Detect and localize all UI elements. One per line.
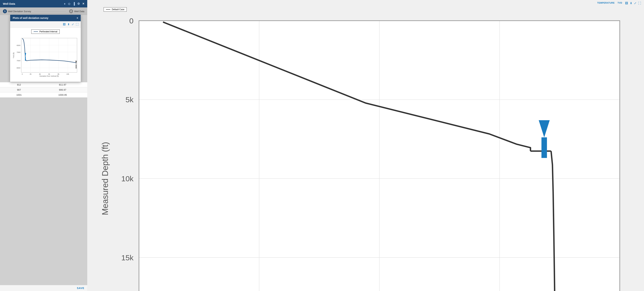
download-chart-icon[interactable]: ⬇: [630, 1, 632, 5]
save-button[interactable]: SAVE: [77, 287, 84, 290]
table-cell-col1: 812: [0, 82, 38, 87]
download-icon[interactable]: ⬇: [68, 23, 70, 26]
svg-text:5k: 5k: [126, 95, 134, 104]
svg-text:0: 0: [129, 16, 134, 25]
svg-text:8000: 8000: [17, 67, 20, 69]
table-row: 907906.97: [0, 87, 87, 92]
app-title: Well Data: [3, 2, 15, 5]
svg-text:10k: 10k: [121, 174, 134, 183]
well-data-header: Well Data ♦ ◇ ▐ ⚙ ×: [0, 0, 87, 7]
table-cell-col1: 1001: [0, 92, 38, 98]
modal-title: Plots of well deviation survey: [13, 16, 48, 19]
modal-close-icon[interactable]: ×: [77, 16, 78, 19]
zoom-icon[interactable]: ⤢: [72, 23, 74, 26]
tvd-tab[interactable]: TVD: [618, 2, 622, 5]
svg-text:TVD (ft): TVD (ft): [13, 52, 14, 58]
save-image-icon[interactable]: 🖼: [63, 23, 66, 26]
svg-rect-26: [76, 64, 76, 68]
svg-text:4k: 4k: [39, 73, 41, 75]
step-1-circle: 1: [3, 9, 7, 13]
left-panel: Well Data ♦ ◇ ▐ ⚙ × 1 Well Deviation Sur…: [0, 0, 87, 291]
svg-rect-49: [542, 137, 547, 158]
temperature-tab[interactable]: TEMPERATURE: [597, 2, 615, 5]
data-table: 812811.97907906.9710011000.95: [0, 82, 87, 98]
table-cell-col2: 811.97: [38, 82, 87, 87]
svg-text:10k: 10k: [66, 73, 69, 75]
deviation-chart-area: Perforated Interval: [10, 28, 81, 82]
step-1: 1 Well Deviation Survey: [3, 9, 31, 13]
flame-icon[interactable]: ♦: [64, 2, 66, 5]
svg-text:Measured Depth (ft): Measured Depth (ft): [100, 142, 110, 215]
main-chart-area: 0 5k 10k 15k 20k 500 1000 1500 2000 Meas…: [87, 12, 644, 291]
modal-header: Plots of well deviation survey ×: [10, 15, 81, 21]
header-icons: ♦ ◇ ▐ ⚙ ×: [64, 2, 84, 6]
svg-text:7500: 7500: [17, 60, 20, 62]
default-case-legend: Default Case: [112, 8, 124, 11]
settings-icon[interactable]: ⚙: [77, 2, 80, 5]
step-2-label: Well Data: [74, 10, 84, 13]
step-1-label: Well Deviation Survey: [8, 10, 31, 13]
right-legend-container: Default Case: [87, 6, 644, 12]
close-window-icon[interactable]: ×: [82, 2, 84, 6]
svg-text:0: 0: [22, 73, 23, 75]
fullscreen-icon[interactable]: ⛶: [76, 23, 78, 26]
table-cell-col2: 906.97: [38, 87, 87, 92]
zoom-chart-icon[interactable]: ⤢: [634, 1, 636, 5]
modal-toolbar: 🖼 ⬇ ⤢ ⛶: [10, 21, 81, 28]
table-row: 10011000.95: [0, 92, 87, 98]
svg-text:8k: 8k: [58, 73, 60, 75]
chart-icons: 🖼 ⬇ ⤢ ⛶: [625, 1, 641, 5]
right-toolbar: TEMPERATURE TVD 🖼 ⬇ ⤢ ⛶: [87, 0, 644, 6]
svg-rect-24: [25, 57, 26, 61]
drop-icon[interactable]: ◇: [68, 2, 70, 5]
svg-text:Deviation from Vertical (ft): Deviation from Vertical (ft): [40, 75, 59, 77]
save-chart-icon[interactable]: 🖼: [625, 2, 628, 5]
table-cell-col2: 1000.95: [38, 92, 87, 98]
gauge-icon[interactable]: ▐: [73, 2, 75, 5]
svg-text:7000: 7000: [17, 51, 20, 53]
deviation-survey-svg: 6500 7000 7500 8000 0 2k 4k 6k 8k 10k TV…: [12, 35, 79, 78]
pressure-depth-svg: 0 5k 10k 15k 20k 500 1000 1500 2000 Meas…: [91, 13, 640, 291]
step-2-circle: 2: [69, 9, 73, 13]
right-panel: TEMPERATURE TVD 🖼 ⬇ ⤢ ⛶ Default Case: [87, 0, 644, 291]
step-divider: [34, 11, 66, 11]
svg-text:2k: 2k: [30, 73, 32, 75]
perforated-interval-legend: Perforated Interval: [40, 30, 58, 33]
svg-text:6k: 6k: [48, 73, 50, 75]
table-row: 812811.97: [0, 82, 87, 87]
fullscreen-chart-icon[interactable]: ⛶: [638, 2, 641, 5]
svg-text:6500: 6500: [17, 44, 20, 46]
deviation-survey-modal: Plots of well deviation survey × 🖼 ⬇ ⤢ ⛶…: [10, 14, 81, 82]
table-cell-col1: 907: [0, 87, 38, 92]
svg-text:15k: 15k: [121, 253, 134, 262]
steps-bar: 1 Well Deviation Survey 2 Well Data: [0, 7, 87, 15]
step-2: 2 Well Data: [69, 9, 84, 13]
footer-bar: SAVE: [0, 285, 87, 291]
